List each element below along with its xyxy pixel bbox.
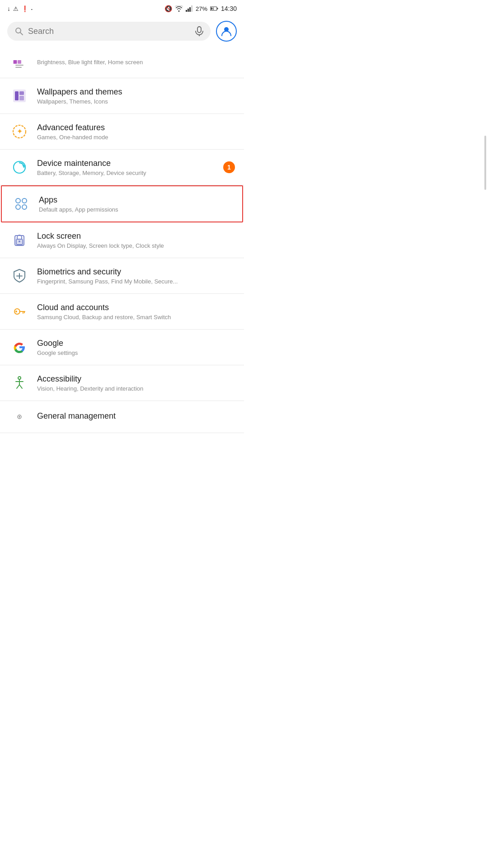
biometrics-subtitle: Fingerprint, Samsung Pass, Find My Mobil… — [37, 278, 235, 285]
list-item-lockscreen[interactable]: Lock screen Always On Display, Screen lo… — [0, 222, 244, 258]
wallpaper-icon — [9, 85, 30, 106]
cloud-subtitle: Samsung Cloud, Backup and restore, Smart… — [37, 314, 235, 321]
svg-line-8 — [20, 33, 23, 35]
error-icon: ❗ — [21, 5, 28, 12]
search-icon — [14, 27, 23, 36]
search-bar-container — [0, 16, 244, 46]
time: 14:30 — [221, 5, 237, 12]
google-title: Google — [37, 339, 235, 348]
list-item-display[interactable]: Brightness, Blue light filter, Home scre… — [0, 46, 244, 78]
search-input[interactable] — [28, 27, 191, 36]
svg-rect-0 — [186, 10, 187, 12]
settings-list: Brightness, Blue light filter, Home scre… — [0, 46, 244, 433]
google-text: Google Google settings — [37, 339, 235, 356]
maintenance-badge: 1 — [223, 161, 235, 173]
maintenance-title: Device maintenance — [37, 159, 223, 168]
search-row — [7, 21, 237, 42]
display-icon — [9, 52, 30, 72]
svg-point-26 — [22, 205, 27, 209]
list-item-general[interactable]: General management — [0, 401, 244, 433]
svg-rect-5 — [217, 8, 218, 9]
cloud-icon — [9, 301, 30, 322]
advanced-text: Advanced features Games, One-handed mode — [37, 123, 235, 141]
svg-rect-3 — [191, 5, 192, 12]
svg-rect-9 — [197, 27, 201, 33]
warning-icon: ⚠ — [13, 5, 19, 12]
maintenance-subtitle: Battery, Storage, Memory, Device securit… — [37, 170, 223, 176]
lockscreen-subtitle: Always On Display, Screen lock type, Clo… — [37, 242, 235, 249]
list-item-accessibility[interactable]: Accessibility Vision, Hearing, Dexterity… — [0, 365, 244, 401]
svg-rect-17 — [15, 91, 19, 100]
list-item-biometrics[interactable]: Biometrics and security Fingerprint, Sam… — [0, 258, 244, 294]
biometrics-title: Biometrics and security — [37, 267, 235, 277]
svg-rect-13 — [18, 60, 21, 64]
download-icon: ↓ — [7, 5, 10, 12]
cloud-title: Cloud and accounts — [37, 303, 235, 312]
search-input-wrapper[interactable] — [7, 22, 211, 41]
svg-rect-18 — [19, 91, 24, 95]
general-title: General management — [37, 411, 116, 421]
battery-icon — [210, 6, 218, 11]
apps-subtitle: Default apps, App permissions — [39, 206, 233, 213]
accessibility-text: Accessibility Vision, Hearing, Dexterity… — [37, 374, 235, 392]
general-icon — [9, 406, 30, 427]
wallpapers-subtitle: Wallpapers, Themes, Icons — [37, 98, 235, 105]
lock-icon — [9, 230, 30, 250]
list-item-cloud[interactable]: Cloud and accounts Samsung Cloud, Backup… — [0, 294, 244, 330]
svg-point-24 — [22, 198, 27, 203]
status-bar-right: 🔇 27% — [164, 5, 237, 12]
google-icon — [9, 337, 30, 358]
display-subtitle: Brightness, Blue light filter, Home scre… — [37, 59, 143, 66]
apps-text: Apps Default apps, App permissions — [39, 195, 233, 213]
svg-rect-12 — [14, 60, 17, 64]
apps-title: Apps — [39, 195, 233, 205]
google-subtitle: Google settings — [37, 349, 235, 356]
accessibility-subtitle: Vision, Hearing, Dexterity and interacti… — [37, 385, 235, 392]
battery-text: 27% — [196, 5, 207, 12]
dot-icon: • — [31, 7, 33, 11]
lockscreen-title: Lock screen — [37, 231, 235, 241]
svg-point-37 — [15, 311, 17, 312]
list-item-advanced[interactable]: ✦ Advanced features Games, One-handed mo… — [0, 114, 244, 150]
advanced-title: Advanced features — [37, 123, 235, 132]
svg-rect-6 — [211, 8, 212, 10]
status-bar: ↓ ⚠ ❗ • 🔇 27% — [0, 0, 244, 16]
wallpapers-text: Wallpapers and themes Wallpapers, Themes… — [37, 87, 235, 105]
list-item-wallpapers[interactable]: Wallpapers and themes Wallpapers, Themes… — [0, 78, 244, 114]
list-item-apps[interactable]: Apps Default apps, App permissions — [1, 185, 243, 222]
wifi-icon — [175, 5, 183, 12]
svg-line-41 — [17, 385, 19, 388]
profile-avatar[interactable] — [216, 21, 237, 42]
advanced-icon: ✦ — [9, 121, 30, 142]
maintenance-icon — [9, 157, 30, 178]
status-bar-left: ↓ ⚠ ❗ • — [7, 5, 33, 12]
wallpapers-title: Wallpapers and themes — [37, 87, 235, 97]
accessibility-icon — [9, 373, 30, 393]
maintenance-text: Device maintenance Battery, Storage, Mem… — [37, 159, 223, 176]
advanced-subtitle: Games, One-handed mode — [37, 134, 235, 141]
signal-icon — [186, 5, 193, 12]
svg-rect-1 — [188, 9, 189, 12]
svg-point-23 — [16, 198, 20, 203]
svg-rect-19 — [19, 96, 24, 100]
accessibility-title: Accessibility — [37, 374, 235, 384]
mic-icon[interactable] — [195, 26, 203, 36]
svg-point-44 — [19, 416, 20, 417]
svg-point-25 — [16, 205, 20, 209]
svg-rect-2 — [189, 7, 191, 12]
mute-icon: 🔇 — [164, 5, 172, 12]
svg-point-30 — [19, 241, 20, 242]
lockscreen-text: Lock screen Always On Display, Screen lo… — [37, 231, 235, 249]
apps-icon — [11, 193, 32, 214]
cloud-text: Cloud and accounts Samsung Cloud, Backup… — [37, 303, 235, 321]
svg-line-42 — [19, 385, 22, 388]
biometrics-text: Biometrics and security Fingerprint, Sam… — [37, 267, 235, 285]
security-icon — [9, 265, 30, 286]
list-item-google[interactable]: Google Google settings — [0, 330, 244, 365]
list-item-maintenance[interactable]: Device maintenance Battery, Storage, Mem… — [0, 150, 244, 185]
svg-text:✦: ✦ — [17, 127, 23, 135]
